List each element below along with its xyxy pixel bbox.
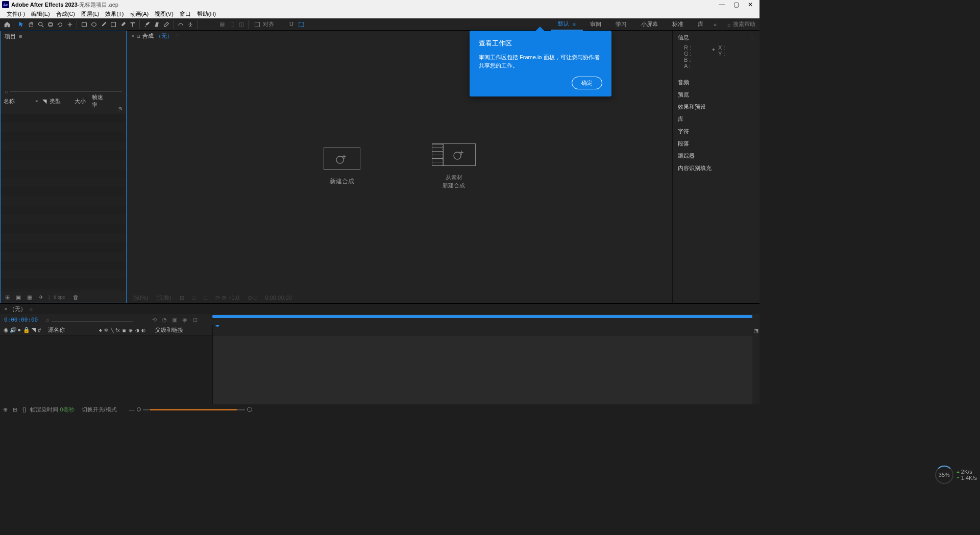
timeline-tab-close[interactable]: × bbox=[4, 306, 7, 312]
pen-tool[interactable] bbox=[99, 19, 108, 30]
menu-layer[interactable]: 图层(L) bbox=[79, 10, 102, 18]
comp-tab-lock[interactable]: ⩍ bbox=[137, 33, 140, 39]
zoom-tool[interactable] bbox=[36, 19, 45, 30]
workspace-review[interactable]: 审阅 bbox=[583, 18, 608, 31]
new-adjust-icon[interactable]: ✈ bbox=[37, 294, 44, 301]
new-comp-icon[interactable]: ▦ bbox=[26, 294, 33, 301]
info-menu-icon[interactable]: ≡ bbox=[751, 34, 754, 41]
new-composition-card[interactable]: 新建合成 bbox=[324, 148, 360, 185]
panel-audio[interactable]: 音频 bbox=[673, 76, 760, 88]
menu-view[interactable]: 视图(V) bbox=[152, 10, 176, 18]
comp-tab-label[interactable]: 合成 bbox=[142, 32, 154, 40]
tl-foot-icon-2[interactable]: ⊟ bbox=[13, 406, 17, 413]
col-tag[interactable]: ◥ bbox=[41, 98, 46, 105]
panel-library[interactable]: 库 bbox=[673, 113, 760, 125]
tl-foot-icon-1[interactable]: ⊕ bbox=[3, 406, 8, 413]
timeline-tab-menu[interactable]: ≡ bbox=[29, 306, 32, 312]
timeline-work-area[interactable] bbox=[212, 315, 752, 318]
clone-tool[interactable] bbox=[152, 19, 161, 30]
align-checkbox[interactable] bbox=[255, 22, 260, 27]
comp-res[interactable]: (完整) bbox=[154, 294, 173, 302]
playhead-icon[interactable] bbox=[214, 325, 219, 334]
anchor-tool[interactable] bbox=[65, 19, 75, 30]
tooltip-ok-button[interactable]: 确定 bbox=[572, 77, 602, 89]
toggle-switches[interactable]: 切换开关/模式 bbox=[82, 406, 117, 414]
project-body[interactable] bbox=[1, 114, 126, 291]
col-name[interactable]: 名称 bbox=[3, 98, 39, 105]
timeline-ruler[interactable] bbox=[212, 325, 752, 404]
menu-composition[interactable]: 合成(C) bbox=[54, 10, 78, 18]
interpret-footage-icon[interactable]: ⊞ bbox=[4, 294, 11, 301]
search-help[interactable]: ⌕ 搜索帮助 bbox=[727, 20, 755, 28]
snap-bounds-tool[interactable] bbox=[296, 19, 306, 30]
timeline-zoom[interactable]: — bbox=[129, 406, 252, 412]
snap-tool[interactable] bbox=[286, 19, 296, 30]
num-col[interactable]: # bbox=[38, 327, 44, 333]
home-tool[interactable] bbox=[2, 19, 12, 30]
comp-snapshot-icon[interactable]: ⊙ □ bbox=[246, 295, 259, 301]
tl-btn-2[interactable]: ◔ bbox=[159, 315, 169, 324]
new-folder-icon[interactable]: ▣ bbox=[15, 294, 22, 301]
col-type[interactable]: 类型 bbox=[48, 98, 71, 105]
comp-mask-icon[interactable]: □ bbox=[190, 295, 198, 301]
workspace-library[interactable]: 库 bbox=[691, 18, 710, 31]
menu-edit[interactable]: 编辑(E) bbox=[29, 10, 53, 18]
brush-tool[interactable] bbox=[142, 19, 152, 30]
menu-effect[interactable]: 效果(T) bbox=[103, 10, 126, 18]
switches-col[interactable]: ♣ ✻ ╲ fx ▣ ◉ ◑ ◐ bbox=[99, 328, 148, 333]
comp-exposure[interactable]: ⟳ ⚙ +0.0 bbox=[213, 295, 241, 301]
hand-tool[interactable] bbox=[26, 19, 36, 30]
workspace-standard[interactable]: 标准 bbox=[665, 18, 691, 31]
workspace-smallscreen[interactable]: 小屏幕 bbox=[634, 18, 665, 31]
comp-tab-menu[interactable]: ≡ bbox=[176, 33, 179, 39]
shape-tool[interactable] bbox=[108, 19, 118, 30]
timeline-search[interactable]: ⌕ bbox=[43, 317, 145, 323]
srcname-col[interactable]: 源名称 bbox=[46, 326, 97, 334]
project-tab[interactable]: 项目 bbox=[5, 33, 16, 40]
color-depth[interactable]: 8 bpc bbox=[54, 295, 65, 300]
workspace-learn[interactable]: 学习 bbox=[608, 18, 634, 31]
menu-help[interactable]: 帮助(H) bbox=[194, 10, 218, 18]
col-size[interactable]: 大小 bbox=[74, 98, 89, 105]
type-tool[interactable] bbox=[128, 19, 137, 30]
tl-btn-4[interactable]: ◉ bbox=[180, 315, 190, 324]
panel-character[interactable]: 字符 bbox=[673, 125, 760, 137]
timeline-tab-label[interactable]: （无） bbox=[9, 305, 26, 313]
panel-contentaware[interactable]: 内容识别填充 bbox=[673, 162, 760, 174]
window-minimize[interactable]: — bbox=[715, 1, 729, 8]
eraser-tool[interactable] bbox=[161, 19, 171, 30]
timeline-layer-area[interactable] bbox=[0, 335, 212, 404]
panel-effects[interactable]: 效果和预设 bbox=[673, 101, 760, 113]
comp-tab-close[interactable]: × bbox=[131, 33, 134, 39]
roto-tool[interactable] bbox=[176, 19, 185, 30]
lock-col-icon[interactable]: 🔒 bbox=[23, 327, 29, 333]
rectangle-tool[interactable] bbox=[79, 19, 89, 30]
tl-btn-3[interactable]: ▣ bbox=[169, 315, 180, 324]
panel-preview[interactable]: 预览 bbox=[673, 88, 760, 101]
panel-paragraph[interactable]: 段落 bbox=[673, 137, 760, 150]
rotation-tool[interactable] bbox=[55, 19, 65, 30]
puppet-tool[interactable] bbox=[185, 19, 195, 30]
trash-icon[interactable]: 🗑 bbox=[72, 294, 79, 300]
workspace-more[interactable]: » bbox=[710, 21, 720, 28]
eye-col-icon[interactable]: ◉ bbox=[3, 327, 9, 333]
orbit-tool[interactable] bbox=[45, 19, 55, 30]
info-title[interactable]: 信息 bbox=[678, 34, 689, 41]
comp-zoom[interactable]: (50%) bbox=[131, 295, 150, 301]
tl-btn-5[interactable]: ⊡ bbox=[190, 315, 200, 324]
project-menu-icon[interactable]: ≡ bbox=[19, 33, 22, 39]
audio-col-icon[interactable]: 🔊 bbox=[10, 327, 15, 333]
selection-tool[interactable] bbox=[16, 19, 26, 30]
tl-btn-1[interactable]: ⟲ bbox=[149, 315, 159, 324]
timeline-timecode[interactable]: 0:00:00:00 bbox=[0, 317, 43, 323]
menu-file[interactable]: 文件(F) bbox=[4, 10, 28, 18]
ellipse-tool[interactable] bbox=[89, 19, 99, 30]
solo-col-icon[interactable]: ● bbox=[16, 327, 22, 333]
comp-guide-icon[interactable]: □ bbox=[202, 295, 209, 301]
panel-tracker[interactable]: 跟踪器 bbox=[673, 150, 760, 162]
parent-col[interactable]: 父级和链接 bbox=[150, 326, 183, 334]
tl-foot-icon-3[interactable]: {} bbox=[22, 406, 26, 413]
menu-window[interactable]: 窗口 bbox=[177, 10, 193, 18]
comp-grid-icon[interactable]: ⊞ bbox=[178, 295, 186, 301]
paint-tool[interactable] bbox=[118, 19, 128, 30]
